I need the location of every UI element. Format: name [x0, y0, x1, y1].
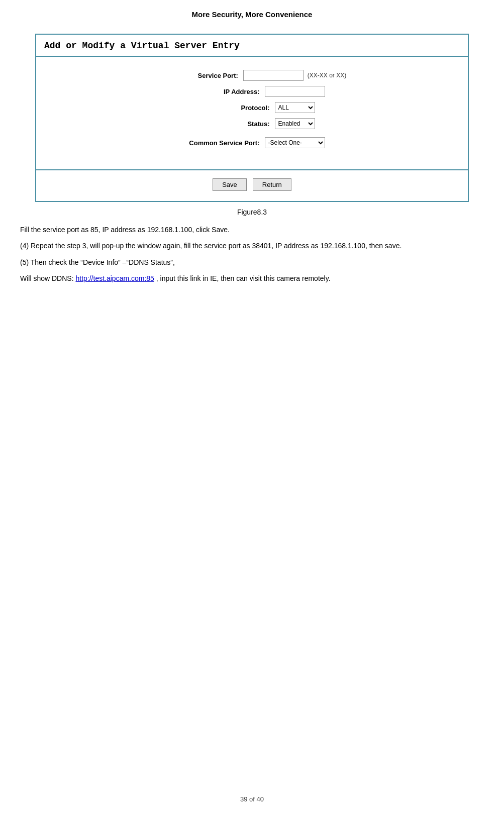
common-service-port-select[interactable]: -Select One- [265, 137, 325, 148]
form-container: Add or Modify a Virtual Server Entry Ser… [35, 34, 469, 202]
figure-caption: Figure8.3 [20, 208, 484, 216]
ip-address-label: IP Address: [179, 88, 260, 95]
form-divider [36, 169, 468, 170]
save-button[interactable]: Save [213, 178, 247, 191]
ip-address-input[interactable] [265, 86, 325, 97]
protocol-label: Protocol: [189, 104, 270, 112]
service-port-label: Service Port: [158, 72, 238, 79]
service-port-input[interactable] [243, 70, 304, 81]
button-row: Save Return [36, 178, 468, 191]
service-port-row: Service Port: (XX-XX or XX) [56, 70, 448, 81]
protocol-select[interactable]: ALL TCP UDP [275, 102, 315, 113]
ip-address-row: IP Address: [56, 86, 448, 97]
common-service-port-row: Common Service Port: -Select One- [56, 137, 448, 148]
page-header: More Security, More Convenience [20, 10, 484, 19]
protocol-row: Protocol: ALL TCP UDP [56, 102, 448, 113]
return-button[interactable]: Return [253, 178, 291, 191]
body-paragraph-1: Fill the service port as 85, IP address … [20, 224, 484, 235]
status-label: Status: [189, 120, 270, 128]
status-select[interactable]: Enabled Disabled [275, 118, 315, 129]
body-paragraph-2: (4) Repeat the step 3, will pop-up the w… [20, 240, 484, 251]
body-paragraph-4: Will show DDNS: http://test.aipcam.com:8… [20, 273, 484, 284]
form-title: Add or Modify a Virtual Server Entry [36, 35, 468, 57]
ddns-link[interactable]: http://test.aipcam.com:85 [75, 274, 154, 282]
page-footer: 39 of 40 [0, 795, 504, 803]
common-service-port-label: Common Service Port: [179, 139, 260, 147]
body-paragraph-3: (5) Then check the “Device Info” –“DDNS … [20, 257, 484, 268]
status-row: Status: Enabled Disabled [56, 118, 448, 129]
service-port-hint: (XX-XX or XX) [308, 72, 346, 79]
